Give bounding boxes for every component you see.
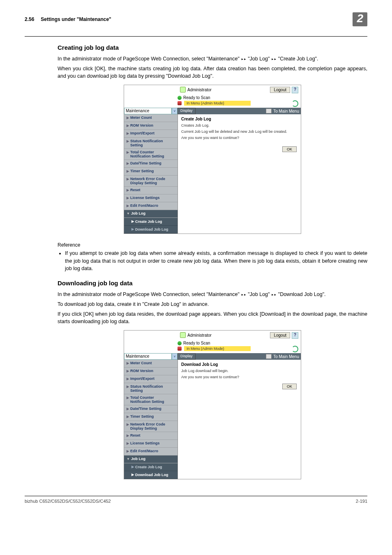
to-main-menu-link[interactable]: To Main Menu — [273, 354, 299, 359]
sidebar-item-date-time[interactable]: ▶Date/Time Setting — [124, 405, 178, 413]
pane-title: Download Job Log — [181, 362, 297, 367]
sidebar-item-label: Timer Setting — [130, 414, 154, 419]
sidebar-item-timer[interactable]: ▶Timer Setting — [124, 168, 178, 176]
sidebar-item-label: Status Notification Setting — [130, 139, 175, 147]
logout-button[interactable]: Logout — [270, 332, 290, 338]
sidebar-item-label: Date/Time Setting — [130, 161, 161, 165]
admin-mode-bar: In Menu (Admin Mode) — [184, 346, 251, 351]
category-select[interactable]: Maintenance — [124, 108, 172, 114]
administrator-icon — [180, 87, 186, 92]
arrow-icon: ▸▸ — [271, 291, 277, 297]
sidebar-item-total-counter[interactable]: ▶Total Counter Notification Setting — [124, 394, 178, 405]
sidebar-item-label: Meter Count — [130, 116, 152, 120]
paragraph: If you click [OK] when job log data resi… — [58, 310, 367, 325]
sidebar-item-timer[interactable]: ▶Timer Setting — [124, 413, 178, 421]
logout-button[interactable]: Logout — [270, 87, 290, 93]
sidebar-item-reset[interactable]: ▶Reset — [124, 187, 178, 194]
sidebar-item-label: Import/Export — [130, 377, 154, 381]
sidebar-item-meter-count[interactable]: ▶Meter Count — [124, 360, 178, 368]
product-name: bizhub C652/C652DS/C552/C552DS/C452 — [25, 499, 111, 504]
display-button[interactable]: Display — [178, 353, 196, 360]
help-icon[interactable]: ? — [292, 87, 298, 93]
sidebar-item-network-error[interactable]: ▶Network Error Code Display Setting — [124, 176, 178, 187]
sidebar-item-label: License Settings — [130, 441, 160, 445]
sidebar-item-label: Edit Font/Macro — [130, 204, 158, 208]
sidebar-item-license[interactable]: ▶License Settings — [124, 440, 178, 448]
ok-button[interactable]: OK — [282, 384, 297, 389]
printer-status-icon — [178, 96, 182, 100]
sidebar-item-import-export[interactable]: ▶Import/Export — [124, 375, 178, 383]
sidebar-item-total-counter[interactable]: ▶Total Counter Notification Setting — [124, 149, 178, 160]
paragraph: In the administrator mode of PageScope W… — [58, 55, 367, 62]
sidebar-group-job-log[interactable]: ▼Job Log — [124, 210, 178, 218]
paragraph: To download job log data, create it in "… — [58, 301, 367, 308]
mode-status-icon — [178, 101, 182, 105]
sidebar-item-label: Import/Export — [130, 131, 154, 135]
sidebar-item-label: Download Job Log — [135, 227, 168, 231]
sidebar-item-label: Job Log — [131, 211, 145, 215]
section-title: Settings under "Maintenance" — [41, 16, 353, 22]
arrow-icon: ▸▸ — [241, 56, 246, 62]
sidebar-item-label: Total Counter Notification Setting — [130, 150, 175, 158]
to-main-menu-link[interactable]: To Main Menu — [273, 109, 299, 113]
sidebar-item-label: Total Counter Notification Setting — [130, 395, 175, 404]
text: "Job Log" — [247, 291, 271, 297]
pane-title: Create Job Log — [181, 117, 297, 121]
sidebar-item-label: Reset — [130, 433, 141, 437]
text: "Create Job Log". — [277, 56, 318, 62]
reference-item: If you attempt to create job log data wh… — [65, 250, 367, 272]
chevron-down-icon[interactable]: v — [172, 353, 178, 360]
sidebar-sub-create-job-log[interactable]: ▶Create Job Log — [124, 218, 178, 226]
text: In the administrator mode of PageScope W… — [58, 291, 241, 297]
chapter-badge: 2 — [353, 12, 367, 26]
main-menu-icon[interactable] — [266, 109, 272, 113]
paragraph: When you click [OK], the machine starts … — [58, 65, 367, 80]
pane-text: Current Job Log will be deleted and new … — [181, 129, 297, 134]
sidebar-sub-create-job-log[interactable]: ▶Create Job Log — [124, 463, 178, 471]
sidebar-item-label: Download Job Log — [135, 473, 168, 477]
heading-downloading-job-log: Downloading job log data — [58, 280, 367, 287]
sidebar: ▶Meter Count ▶ROM Version ▶Import/Export… — [124, 114, 178, 234]
sidebar-item-license[interactable]: ▶License Settings — [124, 194, 178, 202]
sidebar-item-edit-font[interactable]: ▶Edit Font/Macro — [124, 448, 178, 456]
sidebar-item-status-notification[interactable]: ▶Status Notification Setting — [124, 138, 178, 149]
help-icon[interactable]: ? — [292, 332, 298, 339]
sidebar-item-import-export[interactable]: ▶Import/Export — [124, 130, 178, 138]
sidebar-item-label: Create Job Log — [135, 220, 162, 224]
display-button[interactable]: Display — [178, 108, 196, 114]
chevron-down-icon[interactable]: v — [172, 108, 178, 114]
ok-button[interactable]: OK — [282, 146, 297, 152]
administrator-label: Administrator — [187, 333, 212, 338]
page-footer: bizhub C652/C652DS/C552/C552DS/C452 2-19… — [25, 496, 367, 504]
sidebar-item-date-time[interactable]: ▶Date/Time Setting — [124, 160, 178, 168]
category-select[interactable]: Maintenance — [124, 353, 172, 360]
main-menu-icon[interactable] — [266, 354, 272, 359]
reference-label: Reference — [58, 242, 367, 248]
sidebar-item-label: Timer Setting — [130, 169, 154, 173]
sidebar-group-job-log[interactable]: ▼Job Log — [124, 456, 178, 463]
header-rule — [25, 36, 367, 37]
sidebar-item-label: Edit Font/Macro — [130, 449, 158, 453]
printer-status-icon — [178, 341, 182, 345]
sidebar-item-label: Create Job Log — [135, 465, 162, 469]
sidebar-sub-download-job-log[interactable]: ▶Download Job Log — [124, 471, 178, 479]
sidebar-item-label: Meter Count — [130, 361, 152, 365]
sidebar-item-edit-font[interactable]: ▶Edit Font/Macro — [124, 202, 178, 210]
sidebar-item-label: Job Log — [131, 457, 145, 461]
sidebar-item-meter-count[interactable]: ▶Meter Count — [124, 114, 178, 122]
sidebar-item-label: Network Error Code Display Setting — [130, 177, 175, 185]
administrator-icon — [180, 332, 186, 338]
sidebar-item-rom-version[interactable]: ▶ROM Version — [124, 122, 178, 130]
sidebar-item-network-error[interactable]: ▶Network Error Code Display Setting — [124, 421, 178, 432]
pane-text: Creates Job Log. — [181, 123, 297, 128]
sidebar-item-rom-version[interactable]: ▶ROM Version — [124, 368, 178, 375]
sidebar-item-label: Date/Time Setting — [130, 407, 161, 411]
text: In the administrator mode of PageScope W… — [58, 56, 241, 62]
sidebar-item-status-notification[interactable]: ▶Status Notification Setting — [124, 383, 178, 394]
app-screenshot-download: Administrator Logout ? Ready to Scan In … — [124, 330, 301, 479]
pane-text: Are you sure you want to continue? — [181, 375, 297, 380]
sidebar-item-reset[interactable]: ▶Reset — [124, 432, 178, 440]
sidebar-item-label: ROM Version — [130, 123, 153, 127]
page-header: 2.56 Settings under "Maintenance" 2 — [25, 12, 367, 26]
sidebar-sub-download-job-log[interactable]: ▶Download Job Log — [124, 226, 178, 234]
